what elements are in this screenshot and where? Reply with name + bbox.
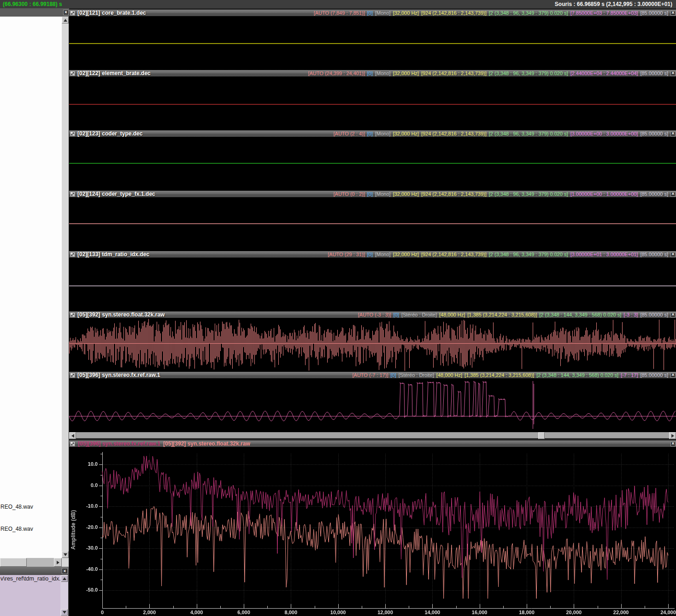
track-header[interactable]: [05][396] syn.stereo.fx.ref.raw.1 [AUTO … <box>69 372 676 378</box>
app-window: (66.96300 : 66.99188) s Souris : 66.9685… <box>0 0 676 616</box>
spectrum-close-button[interactable]: × <box>670 441 676 446</box>
path-panel-close-button[interactable]: × <box>62 568 68 574</box>
scroll-right-button[interactable] <box>54 558 62 567</box>
track-samplerate: [32,000 Hz] <box>393 252 419 257</box>
track-resize-icon[interactable] <box>70 192 75 197</box>
track-sample-span: [924 (2,142,816 : 2,143,739)] <box>421 131 487 136</box>
scrollbar-thumb[interactable] <box>0 558 27 567</box>
track-mode: [Mono] <box>375 10 391 16</box>
status-bar: (66.96300 : 66.99188) s Souris : 66.9685… <box>0 0 676 8</box>
track-metadata: [AUTO (-3 : 3)] [0] [Stéréo : Droite] [4… <box>358 312 668 317</box>
track-samplerate: [32,000 Hz] <box>393 10 419 16</box>
track-waveform[interactable] <box>69 76 676 130</box>
track-metadata: [AUTO (29 : 31)] [0] [Mono] [32,000 Hz] … <box>328 252 668 257</box>
y-tick-label: 10.0 <box>77 461 98 467</box>
mouse-readout: Souris : 66.96859 s (2,142,995 : 3.00000… <box>555 0 672 8</box>
track-header[interactable]: [05][392] syn.stereo.float.32k.raw [AUTO… <box>69 311 676 318</box>
track-value-range: [7.85000E+03 : 7.85000E+03] <box>570 10 638 16</box>
track-value-range: [3.00000E+00 : 3.00000E+00] <box>570 131 638 136</box>
spectrum-plot[interactable]: Amplitude (dB) 10.00.0-10.0-20.0-30.0-40… <box>69 447 676 616</box>
scroll-left-button[interactable] <box>69 432 76 439</box>
track-resize-icon[interactable] <box>70 131 75 136</box>
spectrum-canvas[interactable] <box>69 447 676 616</box>
scroll-right-button[interactable] <box>669 432 676 439</box>
track-metadata: [AUTO (7,849 : 7,851)] [0] [Mono] [32,00… <box>314 10 668 16</box>
path-panel[interactable]: v\res_ref\tdm_ratio_idx.de <box>0 575 60 616</box>
track-auto-range: [AUTO (24,399 : 24,401)] <box>308 70 364 76</box>
track-value-range: [-7 : 17] <box>621 372 638 378</box>
track-mode: [Mono] <box>375 191 391 197</box>
track-sample-span: [1,385 (3,214,224 : 3,215,608)] <box>464 372 534 378</box>
x-tick-label: 24,000 <box>650 610 676 615</box>
track-waveform[interactable] <box>69 137 676 191</box>
track-samplerate: [48,000 Hz] <box>439 312 465 317</box>
spectrum-series-2-title: [05][392] syn.stereo.float.32k.raw <box>163 440 250 447</box>
track-auto-range: [AUTO (29 : 31)] <box>328 252 365 257</box>
track-metadata: [AUTO (-7 : 17)] [0] [Stéréo : Droite] [… <box>353 372 668 378</box>
track-header[interactable]: [02][124] coder_type_fx.1.dec [AUTO (0 :… <box>69 191 676 197</box>
x-tick-label: 20,000 <box>555 610 592 615</box>
track-resize-icon[interactable] <box>70 252 75 257</box>
track-window-info: [2 (3,348 : 144, 3,349 : 568) 0.020 s] <box>536 372 618 378</box>
track-close-button[interactable]: × <box>670 131 676 136</box>
file-list[interactable]: REO_48.wav REO_48.wav <box>0 17 62 558</box>
x-tick-label: 18,000 <box>508 610 545 615</box>
track-header[interactable]: [02][122] element_brate.dec [AUTO (24,39… <box>69 70 676 76</box>
scroll-down-button[interactable] <box>62 551 69 558</box>
track-id: [02][124] <box>77 191 100 197</box>
file-list-item[interactable]: REO_48.wav <box>0 526 33 532</box>
sidebar-vertical-scrollbar[interactable] <box>62 17 69 558</box>
track-resize-icon[interactable] <box>70 71 75 76</box>
timeline-scrollbar[interactable] <box>69 432 676 439</box>
track-mode: [Mono] <box>375 252 391 257</box>
scroll-up-button[interactable] <box>62 17 69 23</box>
track-close-button[interactable]: × <box>670 312 676 317</box>
track-sample-span: [924 (2,142,816 : 2,143,739)] <box>421 191 487 197</box>
track-title: syn.stereo.float.32k.raw <box>102 311 165 318</box>
track-close-button[interactable]: × <box>670 192 676 197</box>
sidebar-close-button[interactable]: × <box>63 10 69 15</box>
sidebar-titlebar[interactable]: × <box>0 8 69 17</box>
track-header[interactable]: [02][123] coder_type.dec [AUTO (2 : 4)] … <box>69 130 676 137</box>
track-channel: [0] <box>391 372 396 378</box>
track-header[interactable]: [02][133] tdm_ratio_idx.dec [AUTO (29 : … <box>69 251 676 258</box>
arrow-up-icon <box>64 19 67 22</box>
track-title: core_brate.1.dec <box>102 10 146 16</box>
scrollbar-corner <box>62 558 69 567</box>
track-waveform[interactable] <box>69 378 676 432</box>
signal-track: [02][124] coder_type_fx.1.dec [AUTO (0 :… <box>69 191 676 251</box>
track-duration: [85.00000 s] <box>640 372 668 378</box>
track-close-button[interactable]: × <box>670 71 676 76</box>
track-close-button[interactable]: × <box>670 252 676 257</box>
track-close-button[interactable]: × <box>670 373 676 378</box>
track-waveform[interactable] <box>69 318 676 372</box>
track-auto-range: [AUTO (-3 : 3)] <box>358 312 391 317</box>
file-list-item[interactable]: REO_48.wav <box>0 504 33 510</box>
track-resize-icon[interactable] <box>70 373 75 378</box>
track-header[interactable]: [02][121] core_brate.1.dec [AUTO (7,849 … <box>69 10 676 16</box>
scroll-up-button[interactable] <box>61 575 68 582</box>
track-waveform[interactable] <box>69 197 676 251</box>
track-waveform[interactable] <box>69 258 676 311</box>
file-path-text: v\res_ref\tdm_ratio_idx.de <box>0 575 60 582</box>
track-close-button[interactable]: × <box>670 11 676 16</box>
x-tick-label: 22,000 <box>603 610 640 615</box>
sidebar-horizontal-scrollbar[interactable] <box>0 558 69 567</box>
track-auto-range: [AUTO (0 : 2)] <box>333 191 364 197</box>
track-value-range: [2.44000E+04 : 2.44000E+04] <box>570 70 638 76</box>
track-waveform[interactable] <box>69 16 676 70</box>
track-channel: [0] <box>394 312 399 317</box>
track-id: [05][392] <box>77 311 100 318</box>
spectrum-header[interactable]: [05][396] syn.stereo.fx.ref.raw.1 [05][3… <box>69 440 676 447</box>
path-panel-scrollbar[interactable] <box>60 575 68 616</box>
track-resize-icon[interactable] <box>70 312 75 317</box>
scroll-down-button[interactable] <box>61 609 68 616</box>
tracks-area: [02][121] core_brate.1.dec [AUTO (7,849 … <box>69 8 676 616</box>
track-id: [02][121] <box>77 10 100 16</box>
path-panel-titlebar[interactable]: × <box>0 567 69 575</box>
track-resize-icon[interactable] <box>70 11 75 16</box>
track-value-range: [1.00000E+00 : 1.00000E+00] <box>570 191 638 197</box>
track-duration: [85.00000 s] <box>640 191 668 197</box>
panel-resize-icon[interactable] <box>70 441 75 446</box>
scrollbar-thumb[interactable] <box>538 432 545 439</box>
